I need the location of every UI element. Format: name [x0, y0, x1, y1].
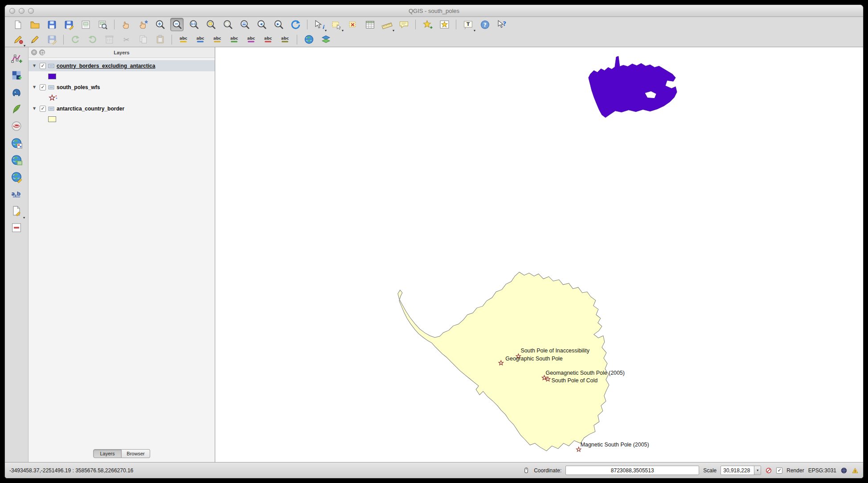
- layer-item-south_poles_wfs[interactable]: ▼✓south_poles_wfs: [29, 82, 215, 93]
- zoom-in-button[interactable]: +: [153, 18, 167, 31]
- add-delimited-text-layer-button[interactable]: a,b: [9, 186, 24, 201]
- new-project-button[interactable]: [11, 18, 25, 31]
- new-shapefile-layer-button[interactable]: ▾: [9, 203, 24, 218]
- move-label-button[interactable]: abc: [245, 33, 258, 46]
- toolbar-separator: [297, 35, 297, 45]
- add-raster-layer-button[interactable]: [9, 68, 24, 83]
- text-annotation-button[interactable]: T▾: [461, 18, 475, 31]
- zoom-next-button[interactable]: ▸: [272, 18, 285, 31]
- save-project-as-button[interactable]: [62, 18, 75, 31]
- map-tips-button[interactable]: [397, 18, 410, 31]
- plugin-layers-icon: [320, 34, 332, 45]
- refresh-map-button[interactable]: [289, 18, 302, 31]
- pan-map-button[interactable]: [119, 18, 133, 31]
- scale-label: Scale: [703, 467, 717, 474]
- copy-features-button: [136, 33, 150, 46]
- add-spatialite-layer-button[interactable]: [9, 102, 24, 117]
- svg-text:abc: abc: [247, 36, 255, 41]
- add-mssql-layer-icon: [10, 120, 23, 132]
- layer-visibility-checkbox[interactable]: ✓: [40, 84, 46, 90]
- change-label-button[interactable]: abc: [278, 33, 292, 46]
- layer-visibility-checkbox[interactable]: ✓: [40, 106, 46, 112]
- minimize-button[interactable]: [19, 8, 25, 14]
- rotate-label-button[interactable]: abc: [262, 33, 275, 46]
- toolbar-separator: [63, 35, 64, 45]
- toolbar-separator: [456, 20, 456, 29]
- show-bookmarks-button[interactable]: [438, 18, 451, 31]
- crs-status-icon[interactable]: [840, 467, 848, 474]
- scale-combo[interactable]: 30,918,228 ▾: [721, 466, 761, 475]
- layer-type-icon: [48, 84, 54, 90]
- zoom-full-button[interactable]: [204, 18, 217, 31]
- render-checkbox[interactable]: ✓: [776, 467, 782, 474]
- show-hide-labels-button[interactable]: abc: [228, 33, 241, 46]
- svg-text:abc: abc: [179, 36, 187, 41]
- current-edits-icon: [12, 34, 24, 45]
- zoom-to-selection-button[interactable]: [221, 18, 234, 31]
- disclosure-triangle-icon[interactable]: ▼: [33, 85, 37, 89]
- svg-text:?: ?: [503, 20, 506, 27]
- layers-panel-header: × Layers: [29, 47, 215, 58]
- pin-labels-button[interactable]: abc: [194, 33, 207, 46]
- layer-name: antarctica_country_border: [57, 106, 124, 112]
- save-project-button[interactable]: [45, 18, 58, 31]
- panel-close-button[interactable]: ×: [31, 49, 37, 55]
- map-canvas[interactable]: South Pole of InaccessibilityGeographic …: [215, 47, 863, 462]
- layer-item-country_borders_excluding_antarctica[interactable]: ▼✓country_borders_excluding_antarctica: [29, 60, 215, 71]
- label-settings-button[interactable]: abc: [177, 33, 190, 46]
- close-button[interactable]: [9, 8, 15, 14]
- identify-features-button[interactable]: i▾: [312, 18, 326, 31]
- disclosure-triangle-icon[interactable]: ▼: [33, 106, 37, 111]
- whats-this-button[interactable]: ?: [495, 18, 508, 31]
- dropdown-arrow-icon: ▾: [474, 29, 475, 33]
- open-project-button[interactable]: [28, 18, 41, 31]
- open-attribute-table-button[interactable]: [363, 18, 377, 31]
- composer-manager-button[interactable]: [96, 18, 109, 31]
- add-wfs-layer-button[interactable]: [9, 169, 24, 184]
- screen: QGIS - south_poles +−1:1◂▸i▾▾▾T▾?? ▾✂abc…: [0, 0, 868, 483]
- highlight-pinned-labels-button[interactable]: abc: [211, 33, 224, 46]
- add-postgis-layer-button[interactable]: [9, 85, 24, 100]
- coordinate-input[interactable]: [565, 466, 699, 475]
- deselect-features-button[interactable]: [346, 18, 360, 31]
- open-project-icon: [29, 19, 41, 30]
- add-vector-layer-button[interactable]: [9, 51, 24, 66]
- zoom-native-button[interactable]: 1:1: [187, 18, 201, 31]
- layer-visibility-checkbox[interactable]: ✓: [40, 63, 46, 69]
- plugin-layers-button[interactable]: [319, 33, 332, 46]
- panel-tab-layers[interactable]: Layers: [93, 449, 122, 458]
- map-svg: South Pole of InaccessibilityGeographic …: [215, 47, 863, 462]
- log-messages-icon[interactable]: !: [852, 467, 859, 474]
- delete-selected-button: [102, 33, 116, 46]
- metasearch-button[interactable]: [302, 33, 315, 46]
- new-bookmark-button[interactable]: [421, 18, 434, 31]
- disclosure-triangle-icon[interactable]: ▼: [33, 64, 37, 68]
- scale-dropdown-arrow-icon[interactable]: ▾: [754, 466, 761, 475]
- add-wcs-layer-button[interactable]: [9, 152, 24, 168]
- add-delimited-text-layer-icon: a,b: [10, 188, 23, 200]
- zoom-out-button[interactable]: −: [170, 18, 184, 31]
- remove-layer-button[interactable]: [9, 220, 24, 235]
- zoom-window-button[interactable]: [28, 8, 34, 14]
- title-bar[interactable]: QGIS - south_poles: [5, 5, 863, 17]
- zoom-last-button[interactable]: ◂: [255, 18, 268, 31]
- toggle-editing-button[interactable]: [28, 33, 41, 46]
- zoom-to-layer-button[interactable]: [238, 18, 251, 31]
- svg-text:+: +: [157, 20, 161, 26]
- layer-item-antarctica_country_border[interactable]: ▼✓antarctica_country_border: [29, 103, 215, 114]
- crs-label: EPSG:3031: [808, 467, 836, 474]
- select-features-button[interactable]: ▾: [329, 18, 343, 31]
- measure-button[interactable]: ▾: [380, 18, 393, 31]
- add-mssql-layer-button[interactable]: [9, 119, 24, 134]
- pan-to-selection-button[interactable]: [136, 18, 150, 31]
- current-edits-button[interactable]: ▾: [11, 33, 25, 46]
- rotate-feature-button: [69, 33, 82, 46]
- panel-tab-browser[interactable]: Browser: [122, 449, 150, 458]
- help-button[interactable]: ?: [478, 18, 491, 31]
- new-print-composer-button[interactable]: [79, 18, 92, 31]
- add-wfs-layer-icon: [10, 171, 23, 183]
- add-wms-layer-button[interactable]: [9, 135, 24, 151]
- stop-render-icon[interactable]: [765, 467, 772, 474]
- highlight-pinned-labels-icon: abc: [212, 34, 223, 45]
- panel-detach-button[interactable]: [39, 49, 45, 55]
